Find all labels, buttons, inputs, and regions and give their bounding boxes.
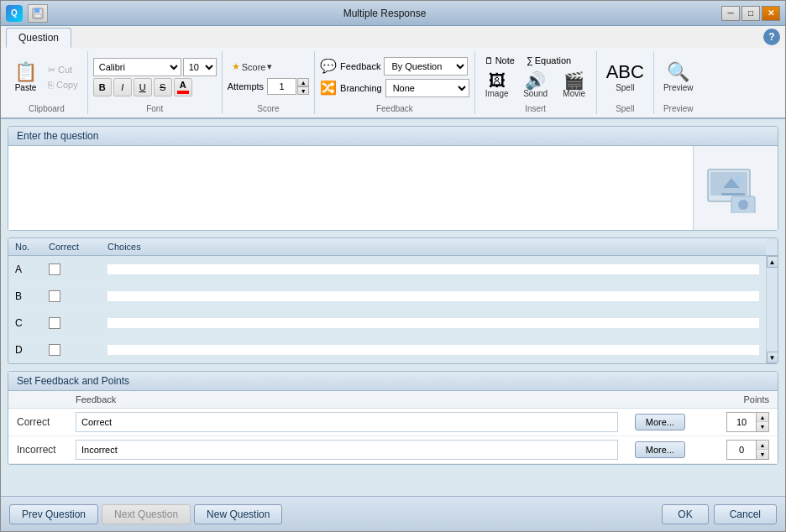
italic-button[interactable]: I: [113, 78, 132, 96]
attempts-down-arrow[interactable]: ▼: [297, 86, 309, 95]
new-question-button[interactable]: New Question: [194, 504, 282, 524]
cut-icon: ✂: [48, 65, 55, 76]
font-size-select[interactable]: 10: [183, 58, 217, 76]
checkbox-d[interactable]: [49, 344, 60, 356]
checkbox-c[interactable]: [49, 317, 60, 329]
choices-scroll-down[interactable]: ▼: [767, 352, 778, 363]
copy-label: Copy: [56, 80, 78, 90]
main-window: Q Multiple Response ─ □ ✕ Question ?: [0, 0, 786, 532]
correct-points-down[interactable]: ▼: [757, 422, 768, 431]
choice-input-b[interactable]: [107, 291, 759, 301]
help-icon[interactable]: ?: [763, 29, 780, 45]
choice-row-d: D: [8, 336, 766, 363]
checkbox-b[interactable]: [49, 290, 60, 302]
feedback-table-body: Correct More... ▲ ▼: [8, 409, 778, 464]
choice-letter-a: A: [8, 260, 42, 279]
cut-button[interactable]: ✂ Cut: [44, 63, 82, 77]
ok-button[interactable]: OK: [662, 504, 708, 524]
equation-label: Equation: [535, 55, 571, 65]
tab-question[interactable]: Question: [6, 28, 71, 48]
feedback-input-incorrect[interactable]: [76, 440, 618, 460]
image-button[interactable]: 🖼 Image: [480, 70, 514, 101]
correct-points-input[interactable]: [727, 413, 757, 431]
branching-icon: 🔀: [320, 80, 337, 96]
window-title: Multiple Response: [48, 8, 721, 19]
choices-scroll-track[interactable]: [767, 268, 778, 352]
svg-rect-7: [721, 193, 745, 196]
maximize-button[interactable]: □: [741, 6, 760, 21]
svg-point-9: [738, 200, 748, 210]
choice-text-d[interactable]: [101, 341, 766, 359]
clipboard-section: 📋 Paste ✂ Cut ⎘ Copy Clipboar: [6, 51, 88, 114]
window-controls: ─ □ ✕: [721, 6, 780, 21]
feedback-table-head: Feedback Points: [8, 391, 778, 409]
next-question-button[interactable]: Next Question: [102, 504, 191, 524]
bold-button[interactable]: B: [93, 78, 112, 96]
question-panel: Enter the question: [8, 126, 778, 231]
choice-text-c[interactable]: [101, 314, 766, 332]
choices-scroll-up[interactable]: ▲: [767, 256, 778, 268]
svg-rect-2: [34, 14, 41, 18]
score-button[interactable]: ★ Score ▾: [228, 59, 309, 75]
checkbox-a[interactable]: [49, 263, 60, 275]
feedback-input-correct[interactable]: [76, 412, 618, 432]
choices-scrollbar[interactable]: ▲ ▼: [766, 256, 778, 363]
question-textarea[interactable]: [8, 146, 694, 230]
choice-row-a: A: [8, 256, 766, 283]
choice-row-c: C: [8, 310, 766, 336]
more-button-incorrect[interactable]: More...: [635, 441, 685, 458]
correct-points-up[interactable]: ▲: [757, 413, 768, 422]
sound-icon: 🔊: [525, 72, 546, 89]
feedback-type-select[interactable]: By Question: [384, 57, 468, 76]
feedback-cell-correct: [67, 409, 626, 436]
more-button-correct[interactable]: More...: [635, 414, 685, 430]
paste-button[interactable]: 📋 Paste: [11, 60, 40, 94]
feedback-points-incorrect: ▲ ▼: [694, 436, 778, 464]
attempts-label: Attempts: [228, 81, 264, 91]
choice-input-c[interactable]: [107, 318, 759, 328]
spell-button[interactable]: ABC Spell: [602, 59, 648, 95]
choice-checkbox-d[interactable]: [42, 341, 101, 359]
choices-col-correct: Correct: [42, 238, 101, 255]
feedback-cell-incorrect: [67, 436, 626, 464]
underline-button[interactable]: U: [134, 78, 152, 96]
equation-button[interactable]: ∑ Equation: [522, 53, 575, 68]
title-bar: Q Multiple Response ─ □ ✕: [1, 1, 785, 26]
movie-button[interactable]: 🎬 Movie: [558, 70, 591, 101]
prev-question-button[interactable]: Prev Question: [9, 504, 98, 524]
incorrect-points-down[interactable]: ▼: [757, 450, 768, 459]
incorrect-points-up[interactable]: ▲: [757, 441, 768, 450]
movie-icon: 🎬: [563, 72, 584, 89]
choice-text-a[interactable]: [101, 260, 766, 279]
close-button[interactable]: ✕: [762, 6, 780, 21]
media-placeholder: [706, 163, 765, 213]
preview-section-label: Preview: [663, 102, 694, 114]
attempts-input[interactable]: [267, 78, 296, 95]
cancel-button[interactable]: Cancel: [714, 504, 777, 524]
save-button[interactable]: [28, 4, 48, 23]
attempts-up-arrow[interactable]: ▲: [297, 78, 309, 86]
feedback-icon: 💬: [320, 58, 337, 74]
note-button[interactable]: 🗒 Note: [480, 53, 519, 68]
preview-button[interactable]: 🔍 Preview: [659, 59, 698, 95]
choice-input-d[interactable]: [107, 345, 759, 355]
sound-button[interactable]: 🔊 Sound: [519, 70, 553, 101]
strikethrough-button[interactable]: S: [154, 78, 172, 96]
minimize-button[interactable]: ─: [721, 6, 740, 21]
choice-input-a[interactable]: [107, 264, 759, 274]
choice-checkbox-b[interactable]: [42, 287, 101, 305]
paste-label: Paste: [15, 83, 37, 92]
copy-icon: ⎘: [48, 80, 54, 90]
incorrect-points-input[interactable]: [727, 441, 757, 459]
feedback-more-correct: More...: [626, 409, 694, 436]
font-color-button[interactable]: A: [174, 78, 192, 96]
choice-letter-b: B: [8, 287, 42, 305]
branching-select[interactable]: None: [385, 79, 469, 97]
copy-button[interactable]: ⎘ Copy: [44, 78, 82, 91]
choice-checkbox-a[interactable]: [42, 260, 101, 279]
choice-text-b[interactable]: [101, 287, 766, 305]
choice-checkbox-c[interactable]: [42, 314, 101, 332]
score-section-label: Score: [257, 102, 279, 114]
action-buttons: OK Cancel: [662, 504, 777, 524]
font-family-select[interactable]: Calibri: [93, 58, 181, 76]
